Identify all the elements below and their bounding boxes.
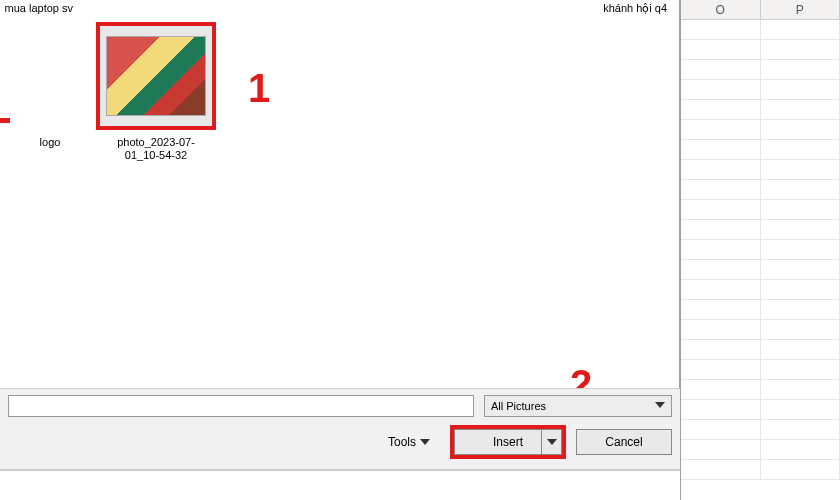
tools-label: Tools — [388, 435, 416, 449]
cell[interactable] — [681, 140, 761, 160]
insert-picture-dialog: mua laptop sv khánh hội q4 logo photo_20… — [0, 0, 680, 500]
insert-button-label: Insert — [493, 435, 523, 449]
cell[interactable] — [761, 200, 841, 220]
cell[interactable] — [761, 100, 841, 120]
cell[interactable] — [681, 260, 761, 280]
cell[interactable] — [681, 120, 761, 140]
cell[interactable] — [681, 420, 761, 440]
annotation-number-1: 1 — [248, 66, 270, 111]
cell[interactable] — [761, 440, 841, 460]
cell[interactable] — [681, 20, 761, 40]
cell[interactable] — [761, 340, 841, 360]
file-type-selected: All Pictures — [491, 400, 546, 412]
svg-marker-0 — [655, 402, 665, 408]
insert-button[interactable]: Insert — [454, 429, 562, 455]
spreadsheet-cells — [681, 20, 840, 480]
file-label[interactable] — [321, 2, 403, 15]
cell[interactable] — [761, 20, 841, 40]
cell[interactable] — [681, 280, 761, 300]
file-item-selected[interactable]: photo_2023-07-01_10-54-32 — [92, 22, 220, 162]
cell[interactable] — [761, 160, 841, 180]
cell[interactable] — [761, 40, 841, 60]
cell[interactable] — [761, 260, 841, 280]
cell[interactable] — [681, 340, 761, 360]
cell[interactable] — [681, 300, 761, 320]
cell[interactable] — [681, 320, 761, 340]
cell[interactable] — [761, 320, 841, 340]
file-label[interactable]: mua laptop sv — [0, 2, 80, 15]
cell[interactable] — [761, 240, 841, 260]
annotation-mark — [0, 118, 10, 123]
dialog-edge — [0, 470, 680, 500]
cell[interactable] — [681, 40, 761, 60]
photo-thumbnail-icon — [106, 36, 206, 116]
cell[interactable] — [681, 180, 761, 200]
chevron-down-icon — [420, 437, 430, 447]
cell[interactable] — [681, 380, 761, 400]
file-type-filter[interactable]: All Pictures — [484, 395, 672, 417]
cell[interactable] — [761, 300, 841, 320]
col-header-O[interactable]: O — [681, 0, 761, 19]
cell[interactable] — [761, 60, 841, 80]
cell[interactable] — [761, 400, 841, 420]
cell[interactable] — [681, 360, 761, 380]
file-name-input[interactable] — [8, 395, 474, 417]
file-thumbnail-frame — [96, 22, 216, 130]
file-thumbnail-area[interactable]: mua laptop sv khánh hội q4 logo photo_20… — [0, 0, 680, 360]
cell[interactable] — [761, 80, 841, 100]
file-label[interactable] — [483, 2, 565, 15]
file-label[interactable] — [160, 2, 242, 15]
cell[interactable] — [681, 460, 761, 480]
file-item-logo[interactable]: logo — [20, 136, 80, 148]
cell[interactable] — [761, 120, 841, 140]
cell[interactable] — [681, 200, 761, 220]
cell[interactable] — [761, 360, 841, 380]
cell[interactable] — [761, 140, 841, 160]
cell[interactable] — [761, 180, 841, 200]
chevron-down-icon — [547, 437, 557, 447]
insert-dropdown[interactable] — [541, 430, 561, 454]
cancel-button[interactable]: Cancel — [576, 429, 672, 455]
dialog-controls: All Pictures Tools Insert Cancel — [0, 388, 680, 470]
spreadsheet-grid: O P — [680, 0, 840, 500]
chevron-down-icon — [655, 400, 665, 410]
file-row-labels: mua laptop sv khánh hội q4 — [4, 2, 676, 15]
cell[interactable] — [681, 80, 761, 100]
cell[interactable] — [681, 160, 761, 180]
svg-marker-1 — [420, 439, 430, 445]
cell[interactable] — [761, 380, 841, 400]
file-label[interactable]: khánh hội q4 — [594, 2, 676, 15]
cell[interactable] — [761, 460, 841, 480]
file-name-label: photo_2023-07-01_10-54-32 — [101, 136, 211, 162]
cancel-button-label: Cancel — [605, 435, 642, 449]
cell[interactable] — [681, 240, 761, 260]
col-header-P[interactable]: P — [761, 0, 841, 19]
cell[interactable] — [761, 420, 841, 440]
cell[interactable] — [681, 400, 761, 420]
svg-marker-2 — [547, 439, 557, 445]
annotation-highlight-insert: Insert — [450, 425, 566, 459]
tools-menu[interactable]: Tools — [388, 435, 430, 449]
cell[interactable] — [681, 220, 761, 240]
cell[interactable] — [761, 280, 841, 300]
cell[interactable] — [681, 60, 761, 80]
cell[interactable] — [681, 440, 761, 460]
spreadsheet-column-headers: O P — [681, 0, 840, 20]
cell[interactable] — [761, 220, 841, 240]
cell[interactable] — [681, 100, 761, 120]
